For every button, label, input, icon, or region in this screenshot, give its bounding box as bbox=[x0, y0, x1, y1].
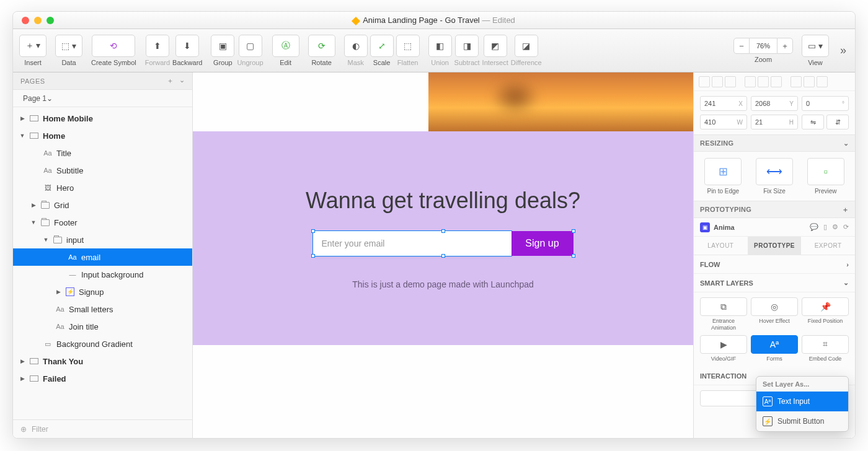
popup-submit-button[interactable]: ⚡Submit Button bbox=[756, 411, 848, 431]
canvas[interactable]: Wanna get travelling deals? Enter your e… bbox=[193, 72, 694, 438]
layer-hero[interactable]: 🖼Hero bbox=[13, 179, 192, 196]
fixed-position-button[interactable]: 📌 bbox=[802, 297, 849, 316]
layer-join-title[interactable]: AaJoin title bbox=[13, 318, 192, 335]
scale-button[interactable]: ⤢ bbox=[370, 35, 394, 57]
filter-row[interactable]: ⊕ Filter bbox=[13, 419, 192, 438]
difference-button[interactable]: ◪ bbox=[515, 35, 538, 57]
layer-home-mobile[interactable]: ▶Home Mobile bbox=[13, 110, 192, 127]
rotation-field[interactable]: 0° bbox=[802, 96, 849, 111]
zoom-out-button[interactable]: − bbox=[733, 38, 750, 54]
layer-home[interactable]: ▼Home bbox=[13, 127, 192, 144]
layer-thank-you[interactable]: ▶Thank You bbox=[13, 352, 192, 370]
resizing-header[interactable]: RESIZING⌄ bbox=[694, 134, 855, 152]
rotate-button[interactable]: ⟳ bbox=[308, 35, 335, 57]
toolbar-overflow-icon[interactable]: » bbox=[838, 44, 849, 57]
align-hcenter-button[interactable] bbox=[712, 76, 723, 87]
panel-icon[interactable]: ▯ bbox=[823, 223, 827, 231]
entrance-animation-button[interactable]: ⧉ bbox=[700, 297, 747, 316]
zoom-in-button[interactable]: + bbox=[777, 38, 793, 54]
zoom-control[interactable]: − 76% + bbox=[733, 38, 793, 54]
forms-button[interactable]: Aª bbox=[751, 335, 798, 354]
layer-footer[interactable]: ▼Footer bbox=[13, 214, 192, 231]
chat-icon[interactable]: 💬 bbox=[810, 223, 818, 231]
hero-image bbox=[428, 72, 693, 131]
pages-chevron-icon[interactable]: ⌄ bbox=[179, 76, 185, 85]
data-button[interactable]: ⬚ ▾ bbox=[55, 35, 82, 57]
email-input[interactable]: Enter your email bbox=[313, 231, 512, 256]
layer-email[interactable]: Aaemail bbox=[13, 248, 192, 266]
distribute-v-button[interactable] bbox=[804, 76, 815, 87]
layer-bg-gradient[interactable]: ▭Background Gradient bbox=[13, 335, 192, 352]
layer-small-letters[interactable]: AaSmall letters bbox=[13, 300, 192, 318]
inspector: 241X 2068Y 0° 410W 21H ⇋ ⇵ RESIZING⌄ ⊞Pi… bbox=[694, 72, 855, 438]
align-vcenter-button[interactable] bbox=[758, 76, 769, 87]
close-window-button[interactable] bbox=[22, 17, 29, 24]
layers-sidebar: PAGES ＋⌄ Page 1 ⌄ ▶Home Mobile ▼Home AaT… bbox=[13, 72, 193, 438]
add-page-icon[interactable]: ＋ bbox=[167, 76, 174, 85]
layer-failed[interactable]: ▶Failed bbox=[13, 370, 192, 387]
filter-placeholder: Filter bbox=[32, 425, 48, 434]
layer-input[interactable]: ▼input bbox=[13, 231, 192, 248]
group-button[interactable]: ▣ bbox=[211, 35, 234, 57]
layer-subtitle[interactable]: AaSubtitle bbox=[13, 162, 192, 179]
footer-section: Wanna get travelling deals? Enter your e… bbox=[193, 131, 693, 345]
page-selector[interactable]: Page 1 ⌄ bbox=[13, 90, 192, 107]
tab-prototype[interactable]: PROTOTYPE bbox=[748, 237, 802, 255]
align-top-button[interactable] bbox=[745, 76, 756, 87]
signup-button[interactable]: Sign up bbox=[512, 231, 574, 256]
smart-layers-panel[interactable]: SMART LAYERS⌄ bbox=[694, 274, 855, 292]
set-layer-as-popup: Set Layer As... AªText Input ⚡Submit But… bbox=[756, 376, 849, 432]
backward-button[interactable]: ⬇ bbox=[175, 35, 199, 57]
y-field[interactable]: 2068Y bbox=[751, 96, 798, 111]
minimize-window-button[interactable] bbox=[34, 17, 42, 24]
flow-panel[interactable]: FLOW› bbox=[694, 255, 855, 274]
fix-size-button[interactable]: ⟷ bbox=[756, 158, 793, 185]
distribute-spacing-button[interactable] bbox=[817, 76, 828, 87]
ungroup-button[interactable]: ▢ bbox=[239, 35, 262, 57]
layer-grid[interactable]: ▶Grid bbox=[13, 196, 192, 214]
filter-icon: ⊕ bbox=[20, 425, 27, 434]
subtract-button[interactable]: ◨ bbox=[455, 35, 479, 57]
flip-h-button[interactable]: ⇋ bbox=[802, 115, 824, 129]
align-bottom-button[interactable] bbox=[771, 76, 782, 87]
gear-icon[interactable]: ⚙ bbox=[832, 223, 838, 231]
height-field[interactable]: 21H bbox=[751, 115, 798, 129]
forward-button[interactable]: ⬆ bbox=[146, 35, 169, 57]
zoom-value: 76% bbox=[750, 38, 777, 54]
anima-plugin-row[interactable]: ▣ Anima 💬 ▯ ⚙ ⟳ bbox=[694, 218, 855, 237]
x-field[interactable]: 241X bbox=[700, 96, 747, 111]
layer-title[interactable]: AaTitle bbox=[13, 144, 192, 162]
insert-label: Insert bbox=[24, 59, 42, 66]
tab-export[interactable]: EXPORT bbox=[801, 237, 855, 255]
sync-icon[interactable]: ⟳ bbox=[843, 223, 849, 231]
tab-layout[interactable]: LAYOUT bbox=[694, 237, 748, 255]
view-button[interactable]: ▭ ▾ bbox=[802, 35, 829, 57]
layer-input-bg[interactable]: —Input background bbox=[13, 266, 192, 283]
width-field[interactable]: 410W bbox=[700, 115, 747, 129]
popup-text-input[interactable]: AªText Input bbox=[756, 392, 848, 411]
intersect-button[interactable]: ◩ bbox=[484, 35, 507, 57]
align-right-button[interactable] bbox=[725, 76, 736, 87]
hover-effect-button[interactable]: ◎ bbox=[751, 297, 798, 316]
align-left-button[interactable] bbox=[699, 76, 710, 87]
layer-signup[interactable]: ▶⚡Signup bbox=[13, 283, 192, 300]
mask-button[interactable]: ◐ bbox=[344, 35, 368, 57]
maximize-window-button[interactable] bbox=[46, 17, 54, 24]
window-title: Anima Landing Page - Go Travel — Edited bbox=[13, 15, 855, 25]
embed-code-button[interactable]: ⌗ bbox=[802, 335, 849, 354]
flatten-button[interactable]: ⬚ bbox=[396, 35, 420, 57]
create-symbol-button[interactable]: ⟲ bbox=[92, 35, 135, 57]
flip-v-button[interactable]: ⇵ bbox=[826, 115, 849, 129]
union-button[interactable]: ◧ bbox=[428, 35, 452, 57]
distribute-h-button[interactable] bbox=[790, 76, 802, 87]
pin-to-edge-button[interactable]: ⊞ bbox=[704, 158, 742, 185]
pages-header: PAGES ＋⌄ bbox=[13, 72, 192, 90]
edit-button[interactable]: Ⓐ bbox=[272, 35, 299, 57]
insert-button[interactable]: ＋ ▾ bbox=[19, 35, 46, 57]
popup-header: Set Layer As... bbox=[756, 377, 848, 392]
resize-preview-button[interactable]: ▫ bbox=[807, 158, 844, 185]
anima-icon: ▣ bbox=[700, 222, 710, 232]
demo-note: This is just a demo page made with Launc… bbox=[352, 279, 534, 289]
prototyping-header[interactable]: PROTOTYPING＋ bbox=[694, 201, 855, 218]
video-gif-button[interactable]: ▶ bbox=[700, 335, 747, 354]
